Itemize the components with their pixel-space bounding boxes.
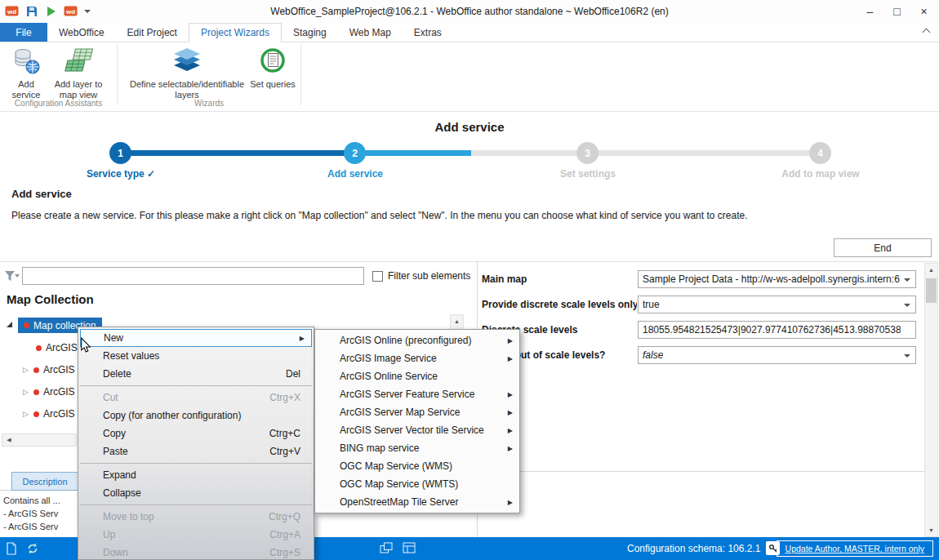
menu-item-label: Delete [103, 368, 131, 380]
submenu-item-arcgis-image-service[interactable]: ArcGIS Image Service ▶ [315, 349, 519, 367]
scroll-down-icon[interactable]: ▼ [925, 524, 937, 536]
submenu-item-openstreetmap-tile-server[interactable]: OpenStreetMap Tile Server ▶ [315, 493, 519, 511]
scale-levels-input[interactable]: 18055.954821525473|9027.977410762736|451… [638, 321, 916, 339]
node-status-dot [33, 411, 39, 417]
minimize-button[interactable]: – [857, 0, 883, 23]
ribbon-group-separator [300, 45, 301, 105]
sync-icon[interactable] [26, 542, 39, 558]
menu-item-expand[interactable]: Expand [78, 466, 314, 484]
submenu-arrow-icon: ▶ [508, 499, 513, 506]
node-status-dot [33, 389, 39, 395]
scroll-up-icon[interactable]: ▲ [451, 315, 463, 327]
wd-menu-icon[interactable]: wd [64, 4, 78, 18]
menu-shortcut: Ctrg+C [269, 428, 300, 439]
user-input-select[interactable]: false [638, 346, 916, 364]
add-layer-button[interactable]: Add layer to map view [49, 47, 108, 100]
property-panel-divider [478, 471, 924, 472]
tree-collapsed-icon[interactable]: ▷ [23, 388, 29, 396]
end-button[interactable]: End [834, 238, 932, 257]
close-button[interactable]: × [910, 0, 937, 23]
tab-weboffice[interactable]: WebOffice [47, 23, 116, 42]
tree-heading: Map Collection [7, 292, 94, 306]
app-logo-icon[interactable]: wd [5, 4, 19, 18]
tree-collapsed-icon[interactable]: ▷ [23, 366, 29, 374]
scrollbar-thumb[interactable] [926, 278, 937, 303]
context-menu: New ▶ Reset values Delete Del Cut Ctrg+X… [78, 327, 314, 560]
document-icon[interactable] [6, 542, 17, 558]
submenu-item-arcgis-online-preconfigured[interactable]: ArcGIS Online (preconfigured) ▶ [315, 331, 519, 349]
tab-project-wizards[interactable]: Project Wizards [189, 23, 282, 42]
submenu-item-arcgis-server-map-service[interactable]: ArcGIS Server Map Service ▶ [315, 403, 519, 421]
tab-web-map[interactable]: Web Map [338, 23, 403, 42]
layout-icon[interactable] [403, 542, 416, 557]
ribbon-group-separator [117, 45, 118, 105]
menu-item-delete[interactable]: Delete Del [78, 365, 314, 383]
menu-item-new[interactable]: New ▶ [80, 329, 312, 347]
maximize-button[interactable]: □ [883, 0, 910, 23]
menu-item-label: BING map service [340, 442, 419, 454]
define-layers-button[interactable]: Define selectable/identifiable layers [122, 47, 251, 100]
wizard-step-label: Set settings [506, 168, 670, 180]
submenu-item-ogc-map-service-wmts[interactable]: OGC Map Service (WMTS) [315, 475, 519, 493]
windows-icon[interactable] [380, 542, 394, 557]
menu-item-label: Up [103, 529, 115, 540]
menu-item-label: ArcGIS Online (preconfigured) [340, 335, 471, 346]
filter-sub-elements-checkbox[interactable] [372, 271, 383, 282]
weboffice-window: wd wd WebOffice_SampleProject@106.2.1 - … [0, 0, 939, 560]
svg-text:wd: wd [7, 8, 16, 16]
tree-expanded-icon[interactable] [7, 322, 12, 327]
ribbon-tabs: File WebOffice Edit Project Project Wiza… [0, 23, 453, 42]
menu-item-label: OpenStreetMap Tile Server [340, 496, 458, 508]
tab-staging[interactable]: Staging [282, 23, 338, 42]
tab-description[interactable]: Description [11, 472, 78, 491]
user-input-value: false [643, 349, 663, 361]
menu-shortcut: Ctrg+S [269, 547, 300, 558]
menu-item-copy[interactable]: Copy Ctrg+C [78, 424, 314, 442]
properties-scrollbar[interactable]: ▲ ▼ [924, 263, 938, 537]
tab-file[interactable]: File [0, 23, 47, 42]
save-icon[interactable] [25, 5, 38, 18]
horizontal-scrollbar[interactable]: ◀ [2, 433, 77, 447]
set-queries-button[interactable]: Set queries [250, 47, 296, 90]
menu-item-copy-other-configuration[interactable]: Copy (for another configuration) [78, 407, 314, 424]
tabs-divider [0, 42, 939, 42]
run-icon[interactable] [45, 5, 57, 18]
menu-item-collapse[interactable]: Collapse [78, 484, 314, 502]
submenu-item-bing-map-service[interactable]: BING map service ▶ [315, 439, 519, 457]
submenu-item-ogc-map-service-wms[interactable]: OGC Map Service (WMS) [315, 457, 519, 475]
menu-item-label: Copy (for another configuration) [103, 410, 241, 421]
define-layers-icon [172, 47, 202, 77]
wizard-step-2: 2 [344, 142, 366, 164]
menu-item-paste[interactable]: Paste Ctrg+V [78, 442, 314, 460]
qat-dropdown-icon[interactable] [84, 10, 91, 13]
tab-extras[interactable]: Extras [403, 23, 453, 42]
main-map-select[interactable]: Sample Project Data - http://w-ws-adelpo… [638, 270, 916, 288]
wizard-description: Please create a new service. For this pl… [11, 210, 748, 221]
submenu-item-arcgis-server-feature-service[interactable]: ArcGIS Server Feature Service ▶ [315, 385, 519, 403]
submenu-item-arcgis-online-service[interactable]: ArcGIS Online Service [315, 367, 519, 385]
menu-item-reset-values[interactable]: Reset values [78, 347, 314, 365]
update-author-button[interactable]: Update Author, MASTER, intern only [777, 540, 933, 557]
menu-item-label: ArcGIS Server Map Service [340, 407, 460, 418]
discrete-only-select[interactable]: true [638, 296, 916, 313]
node-status-dot [33, 367, 39, 373]
scroll-up-icon[interactable]: ▲ [925, 264, 937, 276]
ribbon-button-label: Add layer to map view [49, 79, 108, 100]
filter-icon[interactable] [3, 269, 20, 286]
menu-item-label: Copy [103, 428, 126, 439]
tab-edit-project[interactable]: Edit Project [116, 23, 189, 42]
window-title: WebOffice_SampleProject@106.2.1 - WebOff… [98, 6, 841, 17]
submenu-item-arcgis-server-vector-tile-service[interactable]: ArcGIS Server Vector tile Service ▶ [315, 421, 519, 439]
dropdown-arrow-icon [904, 354, 910, 358]
tree-collapsed-icon[interactable]: ▷ [23, 410, 29, 418]
scroll-left-icon[interactable]: ◀ [2, 434, 16, 446]
add-service-button[interactable]: Add service [5, 47, 47, 100]
collapse-ribbon-icon[interactable] [923, 29, 929, 35]
filter-input[interactable] [22, 267, 364, 285]
menu-item-label: New [104, 332, 123, 344]
ribbon: Add service Add layer to map view [0, 42, 939, 112]
menu-item-label: OGC Map Service (WMTS) [340, 478, 458, 490]
menu-item-label: Collapse [103, 487, 141, 499]
wizard-step-label: Add to map view [739, 168, 902, 180]
wizard-step-label: Add service [274, 168, 437, 180]
